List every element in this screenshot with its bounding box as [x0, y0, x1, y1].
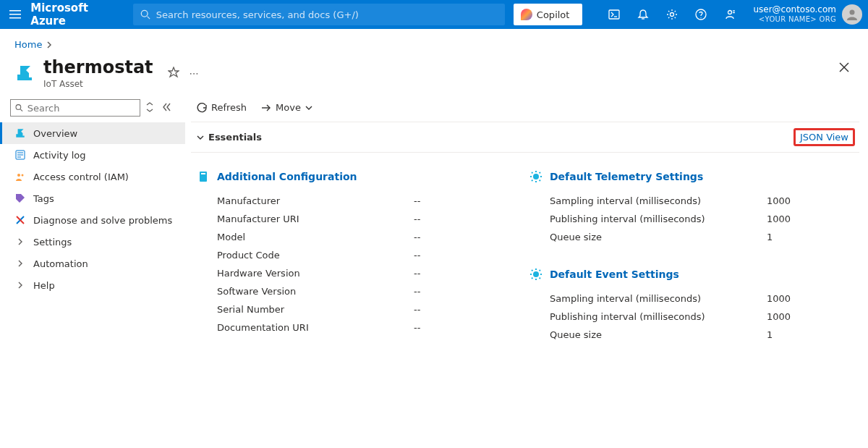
prop-row: Sampling interval (milliseconds)1000 [529, 289, 854, 308]
prop-value: -- [414, 322, 501, 333]
help-button[interactable] [686, 0, 715, 29]
close-blade-button[interactable] [839, 62, 849, 75]
prop-row: Manufacturer URI-- [197, 210, 501, 228]
prop-label: Publishing interval (milliseconds) [550, 311, 767, 322]
nav-item-tags[interactable]: Tags [0, 187, 185, 209]
essentials-toggle[interactable]: Essentials [197, 132, 262, 143]
azure-topbar: Microsoft Azure Search resources, servic… [0, 0, 868, 29]
prop-label: Software Version [217, 286, 414, 297]
event-icon [529, 268, 542, 281]
move-label: Move [276, 102, 301, 113]
svg-point-25 [17, 174, 20, 177]
account-email: user@contoso.com [753, 4, 836, 14]
refresh-icon [197, 103, 207, 113]
chevron-right-icon [14, 279, 26, 291]
svg-rect-2 [9, 17, 21, 19]
prop-row: Model-- [197, 228, 501, 246]
nav-item-activity-log[interactable]: Activity log [0, 144, 185, 166]
card-title: Additional Configuration [217, 171, 357, 182]
copilot-label: Copilot [537, 9, 570, 20]
refresh-label: Refresh [211, 102, 247, 113]
essentials-header: Essentials JSON View [191, 122, 859, 153]
notifications-button[interactable] [629, 0, 658, 29]
brand-label[interactable]: Microsoft Azure [30, 1, 110, 28]
json-view-button[interactable]: JSON View [793, 128, 855, 146]
nav-sort-button[interactable] [145, 102, 155, 114]
nav-item-label: Activity log [33, 150, 86, 161]
nav-item-label: Settings [33, 237, 72, 248]
nav-item-help[interactable]: Help [0, 274, 185, 296]
prop-row: Serial Number-- [197, 300, 501, 318]
search-placeholder: Search resources, services, and docs (G+… [156, 9, 359, 20]
prop-value: -- [414, 268, 501, 279]
prop-label: Hardware Version [217, 268, 414, 279]
tags-icon [14, 193, 26, 204]
settings-button[interactable] [658, 0, 686, 29]
cloud-shell-button[interactable] [600, 0, 629, 29]
card-telemetry-settings: Default Telemetry Settings Sampling inte… [529, 170, 854, 246]
account-org: <YOUR NAME> ORG [753, 14, 836, 25]
global-search-input[interactable]: Search resources, services, and docs (G+… [133, 4, 505, 25]
prop-label: Sampling interval (milliseconds) [550, 293, 767, 304]
search-icon [140, 9, 150, 20]
search-icon [15, 103, 23, 112]
breadcrumb: Home [0, 29, 868, 54]
prop-label: Serial Number [217, 304, 414, 315]
move-button[interactable]: Move [261, 102, 312, 113]
refresh-button[interactable]: Refresh [197, 102, 247, 113]
prop-label: Sampling interval (milliseconds) [550, 195, 767, 206]
command-bar: Refresh Move [191, 96, 859, 122]
nav-item-label: Diagnose and solve problems [33, 215, 172, 226]
prop-value: 1 [767, 232, 854, 242]
nav-item-label: Access control (IAM) [33, 172, 129, 182]
prop-value: -- [414, 250, 501, 261]
prop-value: 1000 [767, 214, 854, 224]
nav-item-diagnose[interactable]: Diagnose and solve problems [0, 209, 185, 231]
account-menu-button[interactable]: user@contoso.com <YOUR NAME> ORG [753, 4, 862, 25]
prop-label: Product Code [217, 250, 414, 261]
avatar-icon [842, 4, 862, 25]
nav-item-overview[interactable]: Overview [0, 122, 185, 144]
card-event-settings: Default Event Settings Sampling interval… [529, 268, 854, 344]
nav-item-label: Tags [33, 193, 54, 204]
page-title: thermostat [43, 57, 153, 77]
more-actions-button[interactable]: ⋯ [190, 68, 199, 79]
configuration-icon [197, 170, 210, 183]
svg-point-33 [533, 271, 539, 277]
nav-search-input[interactable] [10, 99, 140, 117]
svg-point-3 [141, 10, 148, 17]
prop-value: 1 [767, 329, 854, 340]
prop-row: Hardware Version-- [197, 264, 501, 282]
favorite-button[interactable] [168, 67, 179, 80]
prop-label: Model [217, 232, 414, 242]
prop-value: 1000 [767, 311, 854, 322]
feedback-button[interactable] [715, 0, 744, 29]
nav-item-iam[interactable]: Access control (IAM) [0, 166, 185, 187]
hamburger-menu-button[interactable] [6, 0, 25, 29]
copilot-button[interactable]: Copilot [514, 4, 583, 25]
prop-label: Queue size [550, 329, 767, 340]
prop-value: 1000 [767, 293, 854, 304]
prop-label: Documentation URI [217, 322, 414, 333]
nav-item-settings[interactable]: Settings [0, 231, 185, 253]
essentials-label: Essentials [208, 132, 262, 143]
topbar-actions [600, 0, 744, 29]
iot-asset-icon [14, 63, 35, 83]
prop-row: Sampling interval (milliseconds)1000 [529, 192, 854, 210]
prop-row: Queue size1 [529, 228, 854, 246]
nav-search-field[interactable] [27, 103, 135, 114]
nav-item-automation[interactable]: Automation [0, 253, 185, 274]
svg-point-26 [22, 174, 24, 177]
prop-value: -- [414, 195, 501, 206]
prop-label: Manufacturer [217, 195, 414, 206]
nav-item-label: Automation [33, 258, 88, 269]
chevron-down-icon [305, 104, 312, 111]
prop-row: Product Code-- [197, 246, 501, 264]
svg-line-4 [147, 17, 150, 20]
breadcrumb-home[interactable]: Home [14, 39, 42, 50]
nav-item-label: Help [33, 280, 55, 291]
prop-row: Manufacturer-- [197, 192, 501, 210]
chevron-right-icon [46, 41, 52, 48]
nav-collapse-button[interactable] [159, 103, 174, 114]
prop-row: Queue size1 [529, 326, 854, 344]
